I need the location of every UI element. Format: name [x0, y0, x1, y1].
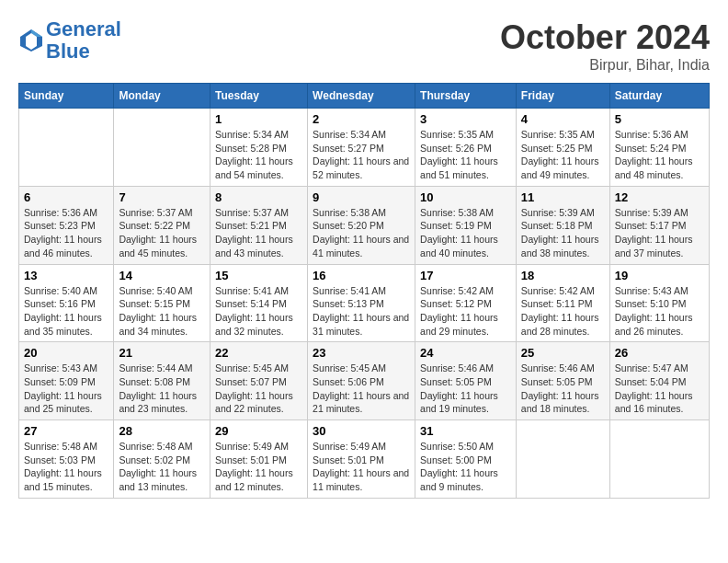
- day-cell: 2Sunrise: 5:34 AMSunset: 5:27 PMDaylight…: [308, 109, 415, 187]
- day-info: Sunrise: 5:43 AMSunset: 5:09 PMDaylight:…: [24, 362, 108, 416]
- day-number: 1: [215, 112, 302, 126]
- day-number: 17: [420, 269, 511, 282]
- day-cell: 21Sunrise: 5:44 AMSunset: 5:08 PMDayligh…: [114, 342, 210, 420]
- day-info: Sunrise: 5:49 AMSunset: 5:01 PMDaylight:…: [313, 440, 410, 494]
- day-number: 12: [615, 190, 704, 204]
- day-number: 7: [119, 190, 205, 204]
- day-cell: 25Sunrise: 5:46 AMSunset: 5:05 PMDayligh…: [516, 342, 609, 420]
- day-info: Sunrise: 5:43 AMSunset: 5:10 PMDaylight:…: [615, 284, 704, 339]
- day-cell: 24Sunrise: 5:46 AMSunset: 5:05 PMDayligh…: [415, 342, 517, 420]
- day-number: 8: [215, 190, 302, 204]
- day-info: Sunrise: 5:49 AMSunset: 5:01 PMDaylight:…: [215, 440, 302, 494]
- logo-line1: General: [46, 17, 121, 40]
- day-cell: 27Sunrise: 5:48 AMSunset: 5:03 PMDayligh…: [19, 420, 114, 499]
- header-row: SundayMondayTuesdayWednesdayThursdayFrid…: [19, 84, 710, 109]
- day-cell: 3Sunrise: 5:35 AMSunset: 5:26 PMDaylight…: [415, 109, 517, 187]
- day-cell: 11Sunrise: 5:39 AMSunset: 5:18 PMDayligh…: [516, 186, 609, 264]
- day-number: 21: [119, 346, 205, 360]
- day-info: Sunrise: 5:42 AMSunset: 5:11 PMDaylight:…: [521, 284, 605, 339]
- day-number: 13: [24, 269, 108, 282]
- day-info: Sunrise: 5:35 AMSunset: 5:25 PMDaylight:…: [521, 128, 605, 182]
- day-number: 19: [615, 269, 704, 282]
- header-tuesday: Tuesday: [210, 84, 308, 109]
- day-number: 25: [521, 346, 605, 360]
- day-number: 22: [215, 346, 302, 360]
- logo: General Blue: [18, 18, 121, 63]
- day-number: 26: [615, 346, 704, 360]
- day-info: Sunrise: 5:41 AMSunset: 5:13 PMDaylight:…: [313, 284, 410, 339]
- page-header: General Blue October 2024 Birpur, Bihar,…: [18, 18, 710, 74]
- day-cell: 28Sunrise: 5:48 AMSunset: 5:02 PMDayligh…: [114, 420, 210, 499]
- day-cell: 1Sunrise: 5:34 AMSunset: 5:28 PMDaylight…: [210, 109, 308, 187]
- title-area: October 2024 Birpur, Bihar, India: [500, 18, 710, 74]
- day-cell: [516, 420, 609, 499]
- day-info: Sunrise: 5:36 AMSunset: 5:23 PMDaylight:…: [24, 206, 108, 260]
- week-row-2: 6Sunrise: 5:36 AMSunset: 5:23 PMDaylight…: [19, 186, 710, 264]
- day-cell: 17Sunrise: 5:42 AMSunset: 5:12 PMDayligh…: [415, 264, 517, 342]
- day-cell: 18Sunrise: 5:42 AMSunset: 5:11 PMDayligh…: [516, 264, 609, 342]
- day-info: Sunrise: 5:37 AMSunset: 5:21 PMDaylight:…: [215, 206, 302, 260]
- day-number: 31: [420, 424, 511, 438]
- day-cell: 7Sunrise: 5:37 AMSunset: 5:22 PMDaylight…: [114, 186, 210, 264]
- day-number: 5: [615, 112, 704, 126]
- day-info: Sunrise: 5:50 AMSunset: 5:00 PMDaylight:…: [420, 440, 511, 494]
- day-cell: [19, 109, 114, 187]
- logo-icon: [18, 28, 44, 53]
- logo-line2: Blue: [46, 40, 90, 63]
- day-info: Sunrise: 5:37 AMSunset: 5:22 PMDaylight:…: [119, 206, 205, 260]
- header-thursday: Thursday: [415, 84, 517, 109]
- day-number: 28: [119, 424, 205, 438]
- day-cell: 5Sunrise: 5:36 AMSunset: 5:24 PMDaylight…: [609, 109, 709, 187]
- day-info: Sunrise: 5:38 AMSunset: 5:19 PMDaylight:…: [420, 206, 511, 260]
- day-info: Sunrise: 5:34 AMSunset: 5:28 PMDaylight:…: [215, 128, 302, 182]
- week-row-3: 13Sunrise: 5:40 AMSunset: 5:16 PMDayligh…: [19, 264, 710, 342]
- day-info: Sunrise: 5:44 AMSunset: 5:08 PMDaylight:…: [119, 362, 205, 416]
- day-number: 27: [24, 424, 108, 438]
- day-cell: 26Sunrise: 5:47 AMSunset: 5:04 PMDayligh…: [609, 342, 709, 420]
- logo-text: General Blue: [46, 18, 121, 63]
- day-cell: 29Sunrise: 5:49 AMSunset: 5:01 PMDayligh…: [210, 420, 308, 499]
- day-cell: 23Sunrise: 5:45 AMSunset: 5:06 PMDayligh…: [308, 342, 415, 420]
- day-cell: [609, 420, 709, 499]
- day-number: 15: [215, 269, 302, 282]
- header-sunday: Sunday: [19, 84, 114, 109]
- day-info: Sunrise: 5:46 AMSunset: 5:05 PMDaylight:…: [420, 362, 511, 416]
- day-number: 9: [313, 190, 410, 204]
- week-row-1: 1Sunrise: 5:34 AMSunset: 5:28 PMDaylight…: [19, 109, 710, 187]
- day-cell: 16Sunrise: 5:41 AMSunset: 5:13 PMDayligh…: [308, 264, 415, 342]
- day-info: Sunrise: 5:45 AMSunset: 5:06 PMDaylight:…: [313, 362, 410, 416]
- day-cell: 6Sunrise: 5:36 AMSunset: 5:23 PMDaylight…: [19, 186, 114, 264]
- day-info: Sunrise: 5:40 AMSunset: 5:16 PMDaylight:…: [24, 284, 108, 339]
- day-cell: 13Sunrise: 5:40 AMSunset: 5:16 PMDayligh…: [19, 264, 114, 342]
- day-info: Sunrise: 5:41 AMSunset: 5:14 PMDaylight:…: [215, 284, 302, 339]
- day-info: Sunrise: 5:47 AMSunset: 5:04 PMDaylight:…: [615, 362, 704, 416]
- header-saturday: Saturday: [609, 84, 709, 109]
- day-info: Sunrise: 5:48 AMSunset: 5:03 PMDaylight:…: [24, 440, 108, 494]
- day-cell: 14Sunrise: 5:40 AMSunset: 5:15 PMDayligh…: [114, 264, 210, 342]
- day-cell: 30Sunrise: 5:49 AMSunset: 5:01 PMDayligh…: [308, 420, 415, 499]
- day-cell: 19Sunrise: 5:43 AMSunset: 5:10 PMDayligh…: [609, 264, 709, 342]
- day-info: Sunrise: 5:36 AMSunset: 5:24 PMDaylight:…: [615, 128, 704, 182]
- day-number: 24: [420, 346, 511, 360]
- day-number: 10: [420, 190, 511, 204]
- day-info: Sunrise: 5:40 AMSunset: 5:15 PMDaylight:…: [119, 284, 205, 339]
- month-title: October 2024: [500, 18, 710, 57]
- day-cell: 10Sunrise: 5:38 AMSunset: 5:19 PMDayligh…: [415, 186, 517, 264]
- day-info: Sunrise: 5:39 AMSunset: 5:18 PMDaylight:…: [521, 206, 605, 260]
- day-number: 29: [215, 424, 302, 438]
- day-info: Sunrise: 5:38 AMSunset: 5:20 PMDaylight:…: [313, 206, 410, 260]
- day-info: Sunrise: 5:46 AMSunset: 5:05 PMDaylight:…: [521, 362, 605, 416]
- day-cell: 12Sunrise: 5:39 AMSunset: 5:17 PMDayligh…: [609, 186, 709, 264]
- day-cell: [114, 109, 210, 187]
- day-cell: 20Sunrise: 5:43 AMSunset: 5:09 PMDayligh…: [19, 342, 114, 420]
- day-number: 16: [313, 269, 410, 282]
- header-friday: Friday: [516, 84, 609, 109]
- day-number: 23: [313, 346, 410, 360]
- day-info: Sunrise: 5:39 AMSunset: 5:17 PMDaylight:…: [615, 206, 704, 260]
- day-cell: 4Sunrise: 5:35 AMSunset: 5:25 PMDaylight…: [516, 109, 609, 187]
- day-cell: 31Sunrise: 5:50 AMSunset: 5:00 PMDayligh…: [415, 420, 517, 499]
- day-number: 3: [420, 112, 511, 126]
- day-number: 4: [521, 112, 605, 126]
- day-number: 6: [24, 190, 108, 204]
- header-monday: Monday: [114, 84, 210, 109]
